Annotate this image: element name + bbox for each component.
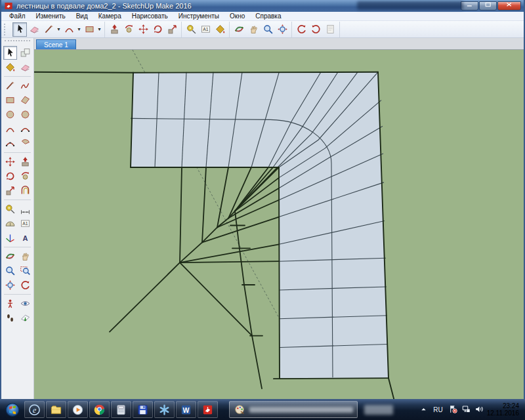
walk-tool-button[interactable] (3, 311, 17, 325)
line-tool-button[interactable] (3, 79, 17, 93)
blurred-window-label (249, 407, 353, 413)
taskbar-app-floppy-app[interactable] (133, 401, 153, 418)
menu-file[interactable]: Файл (4, 12, 31, 20)
export-page-button[interactable] (323, 22, 337, 37)
taskbar-app-ie[interactable]: e (24, 401, 45, 418)
zoom-extents-tool-button[interactable] (3, 278, 17, 292)
palette-row (1, 79, 33, 93)
tray-expander[interactable] (419, 405, 428, 415)
two-point-arc-tool-button[interactable] (18, 122, 32, 136)
eraser-button[interactable] (27, 22, 41, 37)
move-tool-button[interactable] (3, 155, 17, 169)
move-button[interactable] (136, 22, 150, 37)
zoom-extents-button[interactable] (275, 22, 289, 37)
arc-tool-button[interactable] (3, 122, 17, 136)
palette-row (1, 155, 33, 169)
menu-camera[interactable]: Камера (93, 12, 127, 20)
freehand-tool-button[interactable] (18, 79, 32, 93)
palette-grip[interactable] (5, 40, 30, 43)
dimension-tool-button[interactable] (18, 202, 32, 216)
zoom-button[interactable] (261, 22, 275, 37)
rotate-tool-button[interactable] (3, 169, 17, 183)
language-indicator[interactable]: RU (431, 405, 444, 415)
paint-bucket-tool-button[interactable] (3, 60, 17, 74)
follow-me-button[interactable] (121, 22, 136, 37)
rotate-button[interactable] (150, 22, 165, 37)
select-tool-button[interactable] (3, 46, 17, 60)
zoom-tool-button[interactable] (3, 264, 17, 278)
3d-text-tool-button[interactable]: A (18, 231, 32, 245)
model-canvas[interactable] (34, 50, 524, 399)
section-plane-tool-button[interactable] (18, 311, 32, 325)
tape-measure-button[interactable] (184, 22, 198, 37)
taskbar-app-explorer[interactable] (46, 401, 66, 418)
select-button[interactable] (12, 22, 27, 37)
look-around-tool-button[interactable] (18, 297, 32, 310)
circle-tool-button[interactable] (3, 108, 17, 121)
taskbar-app-star-app[interactable] (154, 401, 175, 418)
previous-view-button[interactable] (294, 22, 308, 37)
paint-bucket-button[interactable] (213, 22, 227, 37)
start-button[interactable] (1, 400, 24, 419)
palette-row (1, 108, 33, 121)
scene-tab[interactable]: Scene 1 (36, 39, 76, 49)
menu-help[interactable]: Справка (250, 12, 286, 20)
zoom-window-tool-button[interactable] (18, 264, 32, 278)
menu-draw[interactable]: Нарисовать (127, 12, 173, 20)
close-button[interactable] (497, 1, 521, 10)
rectangle-button[interactable] (82, 22, 96, 37)
menu-edit[interactable]: Изменить (31, 12, 71, 20)
eraser-tool-button[interactable] (18, 60, 32, 74)
line-button[interactable] (41, 22, 56, 37)
minimize-button[interactable] (461, 1, 478, 10)
tray-network[interactable] (461, 404, 471, 415)
offset-icon (20, 185, 31, 196)
pie-tool-button[interactable] (18, 136, 32, 150)
toolbar-grip[interactable] (4, 24, 8, 35)
line-dropdown-arrow[interactable]: ▼ (56, 27, 62, 32)
next-view-button[interactable] (308, 22, 323, 37)
offset-tool-button[interactable] (18, 184, 32, 198)
push-pull-tool-button[interactable] (18, 155, 32, 169)
push-pull-button[interactable] (107, 22, 121, 37)
orbit-tool-button[interactable] (3, 249, 17, 263)
tray-volume[interactable] (474, 404, 484, 415)
pan-tool-button[interactable] (18, 249, 32, 263)
taskbar-clock[interactable]: 23:24 12.11.2016 (484, 402, 524, 417)
stair-drawing[interactable] (34, 50, 524, 399)
follow-me-tool-button[interactable] (18, 169, 32, 183)
menu-window[interactable]: Окно (224, 12, 250, 20)
rectangle-tool-button[interactable] (3, 93, 17, 107)
active-window-button[interactable] (229, 401, 358, 418)
scale-icon (167, 24, 178, 35)
rotated-rectangle-tool-button[interactable] (18, 93, 32, 107)
rectangle-dropdown-arrow[interactable]: ▼ (96, 27, 102, 32)
orbit-button[interactable] (232, 22, 246, 37)
menu-view[interactable]: Вид (71, 12, 93, 20)
arc-button[interactable] (62, 22, 76, 37)
text-icon: A1 (200, 24, 211, 35)
taskbar-app-word[interactable]: W (176, 401, 196, 418)
maximize-button[interactable] (479, 1, 497, 10)
make-component-tool-button[interactable] (18, 46, 32, 60)
text-tool-button[interactable]: A1 (18, 217, 32, 230)
position-camera-tool-button[interactable] (3, 297, 17, 310)
text-button[interactable]: A1 (198, 22, 213, 37)
taskbar-app-chrome[interactable] (89, 401, 110, 418)
arc-dropdown-arrow[interactable]: ▼ (76, 27, 82, 32)
protractor-tool-button[interactable] (3, 217, 17, 230)
previous-view-tool-button[interactable] (18, 278, 32, 292)
three-point-arc-tool-button[interactable] (3, 136, 17, 150)
pan-button[interactable] (246, 22, 261, 37)
scale-tool-button[interactable] (3, 184, 17, 198)
axes-tool-button[interactable] (3, 231, 17, 245)
taskbar-app-calculator[interactable] (111, 401, 131, 418)
taskbar-app-sketchup[interactable] (198, 401, 218, 418)
tape-measure-tool-button[interactable] (3, 202, 17, 216)
taskbar-app-media-player[interactable] (68, 401, 88, 418)
scale-button[interactable] (165, 22, 179, 37)
tray-action-center-flag[interactable] (448, 404, 458, 415)
push-pull-icon (109, 24, 120, 35)
menu-tools[interactable]: Инструменты (173, 12, 224, 20)
polygon-tool-button[interactable] (18, 108, 32, 121)
